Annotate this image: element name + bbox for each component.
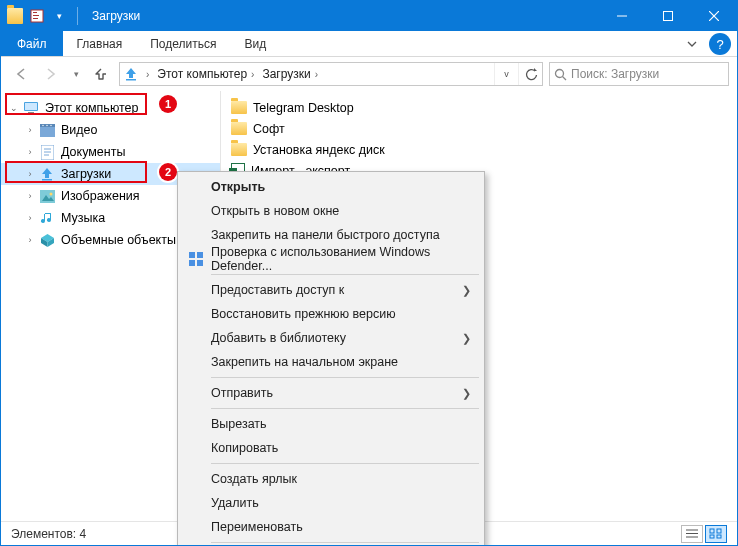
svg-point-20 bbox=[50, 124, 51, 125]
search-box[interactable]: Поиск: Загрузки bbox=[549, 62, 729, 86]
annotation-badge-2: 2 bbox=[159, 163, 177, 181]
svg-marker-8 bbox=[126, 68, 136, 78]
svg-rect-9 bbox=[126, 79, 136, 81]
ctx-defender-scan[interactable]: Проверка с использованием Windows Defend… bbox=[181, 247, 481, 271]
refresh-button[interactable] bbox=[518, 63, 542, 85]
3d-icon bbox=[39, 232, 55, 248]
context-menu: Открыть Открыть в новом окне Закрепить н… bbox=[177, 171, 485, 546]
file-tab[interactable]: Файл bbox=[1, 31, 63, 56]
svg-rect-1 bbox=[33, 12, 37, 13]
downloads-icon bbox=[39, 166, 55, 182]
breadcrumb-downloads[interactable]: Загрузки› bbox=[258, 67, 322, 81]
ctx-open[interactable]: Открыть bbox=[181, 175, 481, 199]
nav-row: ▾ › Этот компьютер› Загрузки› v Поиск: З… bbox=[1, 57, 737, 91]
ctx-create-shortcut[interactable]: Создать ярлык bbox=[181, 467, 481, 491]
ctx-share[interactable]: Предоставить доступ к❯ bbox=[181, 278, 481, 302]
svg-rect-27 bbox=[40, 190, 55, 203]
ctx-delete[interactable]: Удалить bbox=[181, 491, 481, 515]
ctx-rename[interactable]: Переименовать bbox=[181, 515, 481, 539]
tree-twisty-icon[interactable]: › bbox=[23, 147, 37, 157]
tree-item-videos[interactable]: › Видео bbox=[1, 119, 220, 141]
tab-share[interactable]: Поделиться bbox=[136, 31, 230, 56]
svg-marker-10 bbox=[534, 68, 537, 71]
breadcrumb-pc[interactable]: Этот компьютер› bbox=[153, 67, 258, 81]
annotation-badge-1: 1 bbox=[159, 95, 177, 113]
submenu-arrow-icon: ❯ bbox=[462, 387, 471, 400]
close-button[interactable] bbox=[691, 1, 737, 31]
submenu-arrow-icon: ❯ bbox=[462, 284, 471, 297]
file-item[interactable]: Установка яндекс диск bbox=[231, 139, 727, 160]
ctx-pin-quick-access[interactable]: Закрепить на панели быстрого доступа bbox=[181, 223, 481, 247]
svg-rect-39 bbox=[717, 535, 721, 538]
svg-point-29 bbox=[49, 192, 52, 195]
up-button[interactable] bbox=[89, 62, 113, 86]
help-button[interactable]: ? bbox=[709, 33, 731, 55]
svg-rect-42 bbox=[189, 260, 195, 266]
view-icons-button[interactable] bbox=[705, 525, 727, 543]
window-folder-icon bbox=[7, 8, 23, 24]
svg-rect-14 bbox=[25, 103, 37, 110]
search-icon bbox=[554, 68, 567, 81]
breadcrumb-root-chevron[interactable]: › bbox=[142, 69, 153, 80]
svg-rect-3 bbox=[33, 18, 38, 19]
ctx-pin-start[interactable]: Закрепить на начальном экране bbox=[181, 350, 481, 374]
svg-rect-41 bbox=[197, 252, 203, 258]
ctx-open-new-window[interactable]: Открыть в новом окне bbox=[181, 199, 481, 223]
ribbon-expand-icon[interactable] bbox=[679, 31, 705, 56]
ctx-add-library[interactable]: Добавить в библиотеку❯ bbox=[181, 326, 481, 350]
qat-properties-icon[interactable] bbox=[29, 8, 45, 24]
file-item[interactable]: Telegram Desktop bbox=[231, 97, 727, 118]
title-bar: ▾ Загрузки bbox=[1, 1, 737, 31]
pictures-icon bbox=[39, 188, 55, 204]
folder-icon bbox=[231, 143, 247, 156]
forward-button[interactable] bbox=[39, 62, 63, 86]
recent-dropdown-icon[interactable]: ▾ bbox=[69, 62, 83, 86]
videos-icon bbox=[39, 122, 55, 138]
maximize-button[interactable] bbox=[645, 1, 691, 31]
ctx-send-to[interactable]: Отправить❯ bbox=[181, 381, 481, 405]
window-title: Загрузки bbox=[88, 9, 140, 23]
svg-point-19 bbox=[46, 124, 47, 125]
svg-rect-15 bbox=[28, 112, 34, 114]
ctx-cut[interactable]: Вырезать bbox=[181, 412, 481, 436]
svg-rect-36 bbox=[710, 529, 714, 533]
back-button[interactable] bbox=[9, 62, 33, 86]
svg-rect-2 bbox=[33, 15, 39, 16]
tree-twisty-icon[interactable]: › bbox=[23, 191, 37, 201]
tree-twisty-icon[interactable]: › bbox=[23, 213, 37, 223]
svg-rect-37 bbox=[717, 529, 721, 533]
downloads-icon bbox=[120, 66, 142, 82]
address-bar[interactable]: › Этот компьютер› Загрузки› v bbox=[119, 62, 543, 86]
documents-icon bbox=[39, 144, 55, 160]
tab-view[interactable]: Вид bbox=[230, 31, 280, 56]
svg-line-12 bbox=[563, 76, 567, 80]
address-dropdown-icon[interactable]: v bbox=[494, 63, 518, 85]
ribbon: Файл Главная Поделиться Вид ? bbox=[1, 31, 737, 57]
view-details-button[interactable] bbox=[681, 525, 703, 543]
svg-rect-26 bbox=[42, 179, 52, 181]
tree-this-pc[interactable]: ⌄ Этот компьютер bbox=[1, 97, 220, 119]
qat-dropdown-icon[interactable]: ▾ bbox=[51, 8, 67, 24]
music-icon bbox=[39, 210, 55, 226]
svg-rect-5 bbox=[664, 12, 673, 21]
tree-twisty-icon[interactable]: › bbox=[23, 169, 37, 179]
svg-point-18 bbox=[42, 124, 43, 125]
defender-icon bbox=[187, 250, 205, 268]
tree-twisty-icon[interactable]: › bbox=[23, 125, 37, 135]
tree-twisty-icon[interactable]: › bbox=[23, 235, 37, 245]
folder-icon bbox=[231, 101, 247, 114]
file-item[interactable]: Софт bbox=[231, 118, 727, 139]
tab-home[interactable]: Главная bbox=[63, 31, 137, 56]
ctx-copy[interactable]: Копировать bbox=[181, 436, 481, 460]
ctx-restore-version[interactable]: Восстановить прежнюю версию bbox=[181, 302, 481, 326]
svg-rect-43 bbox=[197, 260, 203, 266]
status-count: Элементов: 4 bbox=[11, 527, 86, 541]
svg-marker-25 bbox=[42, 168, 52, 178]
tree-item-documents[interactable]: › Документы bbox=[1, 141, 220, 163]
folder-icon bbox=[231, 122, 247, 135]
minimize-button[interactable] bbox=[599, 1, 645, 31]
svg-point-11 bbox=[556, 69, 564, 77]
svg-rect-38 bbox=[710, 535, 714, 538]
svg-rect-40 bbox=[189, 252, 195, 258]
tree-twisty-open-icon[interactable]: ⌄ bbox=[7, 103, 21, 113]
